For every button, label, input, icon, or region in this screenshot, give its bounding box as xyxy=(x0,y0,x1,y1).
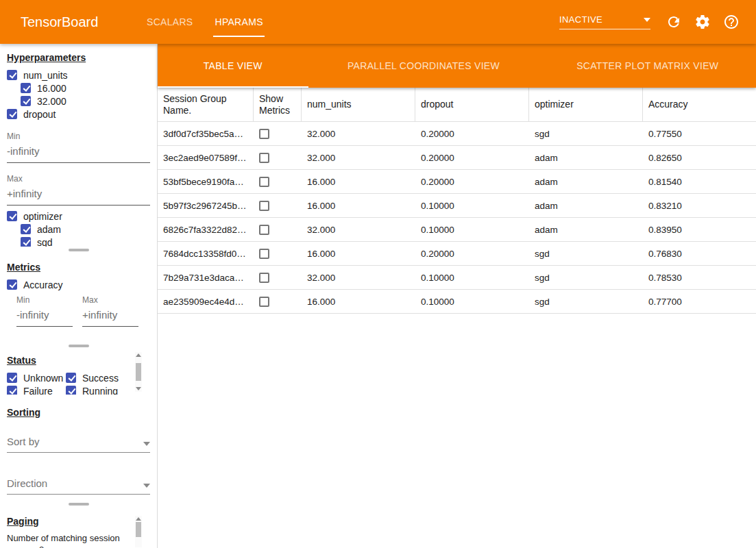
accuracy-value: 0.77550 xyxy=(643,129,756,139)
num-units-value: 32.000 xyxy=(302,153,415,163)
hparam-value-32000[interactable]: 32.000 xyxy=(21,95,150,108)
session-group-name: 5b97f3c2967245b… xyxy=(158,201,254,211)
dropout-value: 0.10000 xyxy=(415,297,529,307)
section-resize-handle[interactable] xyxy=(0,342,157,349)
sort-by-select[interactable]: Sort by xyxy=(7,436,150,453)
hparam-value-adam[interactable]: adam xyxy=(21,223,150,236)
status-running[interactable]: Running xyxy=(66,384,137,395)
show-metrics-checkbox[interactable] xyxy=(259,225,269,235)
status-failure[interactable]: Failure xyxy=(7,384,66,395)
col-accuracy[interactable]: Accuracy xyxy=(643,88,756,121)
value-16000-checkbox[interactable] xyxy=(21,83,31,93)
scroll-thumb[interactable] xyxy=(136,522,141,537)
value-32000-checkbox[interactable] xyxy=(21,96,31,106)
value-sgd-label: sgd xyxy=(37,237,53,247)
col-show-metrics[interactable]: Show Metrics xyxy=(254,88,302,121)
accuracy-checkbox[interactable] xyxy=(7,279,17,290)
num-units-value: 16.000 xyxy=(302,249,415,259)
hyperparameters-heading: Hyperparameters xyxy=(7,52,150,63)
dropout-max-label: Max xyxy=(7,174,150,184)
table-row: ae235909ec4e4d…16.0000.10000sgd0.77700 xyxy=(158,290,756,314)
chevron-down-icon xyxy=(644,18,650,22)
direction-select[interactable]: Direction xyxy=(7,477,150,495)
value-sgd-checkbox[interactable] xyxy=(21,237,31,247)
accuracy-max-label: Max xyxy=(82,295,138,305)
unknown-checkbox[interactable] xyxy=(7,373,17,383)
dropout-max-input[interactable]: +infinity xyxy=(7,184,150,206)
show-metrics-checkbox[interactable] xyxy=(259,177,269,187)
optimizer-value: sgd xyxy=(529,297,643,307)
col-num-units[interactable]: num_units xyxy=(302,88,415,121)
optimizer-value: sgd xyxy=(529,273,643,283)
col-dropout[interactable]: dropout xyxy=(415,88,529,121)
tab-scalars[interactable]: SCALARS xyxy=(136,0,204,44)
hparam-value-16000[interactable]: 16.000 xyxy=(21,82,150,95)
dropout-checkbox[interactable] xyxy=(7,109,17,119)
scroll-thumb[interactable] xyxy=(136,363,141,381)
show-metrics-checkbox[interactable] xyxy=(259,201,269,211)
reload-status-dropdown[interactable]: INACTIVE xyxy=(559,14,650,29)
accuracy-value: 0.77700 xyxy=(643,297,756,307)
hparam-optimizer[interactable]: optimizer xyxy=(7,210,150,223)
hparam-value-sgd[interactable]: sgd xyxy=(21,236,150,247)
reload-status-value: INACTIVE xyxy=(559,14,602,25)
value-adam-checkbox[interactable] xyxy=(21,224,31,234)
show-metrics-checkbox[interactable] xyxy=(259,297,269,307)
scroll-up-icon[interactable] xyxy=(136,517,141,521)
accuracy-filter: Min -infinity Max +infinity xyxy=(16,294,150,327)
dropout-value: 0.20000 xyxy=(415,177,529,187)
accuracy-value: 0.76830 xyxy=(643,249,756,259)
hparam-dropout[interactable]: dropout xyxy=(7,108,150,121)
scroll-up-icon[interactable] xyxy=(136,353,141,357)
scroll-down-icon[interactable] xyxy=(136,387,141,390)
settings-icon[interactable] xyxy=(694,14,711,30)
success-checkbox[interactable] xyxy=(66,373,76,383)
tab-table-view-label: TABLE VIEW xyxy=(204,60,263,71)
col-optimizer[interactable]: optimizer xyxy=(529,88,643,121)
section-resize-handle[interactable] xyxy=(0,247,157,253)
tab-table-view[interactable]: TABLE VIEW xyxy=(158,44,308,88)
optimizer-value: adam xyxy=(529,177,643,187)
table-row: 53bf5bece9190fa…16.0000.20000adam0.81540 xyxy=(158,170,756,194)
view-tabs: TABLE VIEW PARALLEL COORDINATES VIEW SCA… xyxy=(158,44,756,88)
accuracy-min-label: Min xyxy=(16,295,73,305)
accuracy-min-input[interactable]: -infinity xyxy=(16,305,73,327)
status-success[interactable]: Success xyxy=(66,371,137,384)
metric-accuracy[interactable]: Accuracy xyxy=(7,278,150,291)
dropout-min-input[interactable]: -infinity xyxy=(7,141,150,163)
paging-scrollbar[interactable] xyxy=(135,516,142,547)
num-units-checkbox[interactable] xyxy=(7,70,17,80)
accuracy-max-input[interactable]: +infinity xyxy=(82,305,138,327)
running-checkbox[interactable] xyxy=(66,386,76,395)
optimizer-checkbox[interactable] xyxy=(7,211,17,221)
refresh-icon[interactable] xyxy=(666,14,682,30)
section-resize-handle[interactable] xyxy=(0,501,157,508)
direction-value: Direction xyxy=(7,477,47,489)
show-metrics-cell xyxy=(254,177,302,187)
col-session-group-name[interactable]: Session Group Name. xyxy=(158,88,254,121)
dropout-min-label: Min xyxy=(7,132,150,141)
failure-checkbox[interactable] xyxy=(7,386,17,395)
status-unknown[interactable]: Unknown xyxy=(7,371,66,384)
paging-section: Paging Number of matching session groups… xyxy=(0,508,157,548)
chevron-down-icon xyxy=(143,484,150,488)
tab-scatter-plot-matrix-view[interactable]: SCATTER PLOT MATRIX VIEW xyxy=(539,44,756,88)
sorting-heading: Sorting xyxy=(7,407,150,418)
optimizer-value: sgd xyxy=(529,249,643,259)
hparam-num-units[interactable]: num_units xyxy=(7,68,150,82)
help-icon[interactable] xyxy=(723,14,740,30)
show-metrics-checkbox[interactable] xyxy=(259,249,269,259)
num-units-value: 32.000 xyxy=(302,225,415,235)
show-metrics-checkbox[interactable] xyxy=(259,273,269,283)
running-label: Running xyxy=(82,386,118,395)
tab-hparams[interactable]: HPARAMS xyxy=(204,0,273,44)
metrics-section: Metrics Accuracy Min -infinity Max +infi… xyxy=(0,253,157,342)
show-metrics-checkbox[interactable] xyxy=(259,129,269,139)
show-metrics-checkbox[interactable] xyxy=(259,153,269,163)
table-row: 3ec2aed9e07589f…32.0000.20000adam0.82650 xyxy=(158,146,756,170)
table-row: 3df0d7cf35bec5a…32.0000.20000sgd0.77550 xyxy=(158,122,756,146)
status-scrollbar[interactable] xyxy=(135,352,142,392)
tab-parallel-coordinates-view[interactable]: PARALLEL COORDINATES VIEW xyxy=(308,44,539,88)
num-units-value: 32.000 xyxy=(302,129,415,139)
session-group-name: 53bf5bece9190fa… xyxy=(158,177,254,187)
